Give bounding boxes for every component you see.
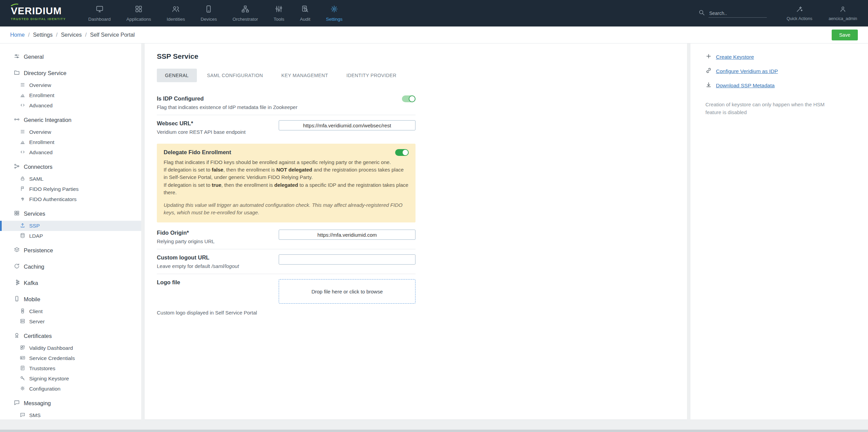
sidebar-item-directory-service[interactable]: Directory Service (0, 66, 141, 80)
actions-panel: Create Keystore Configure Veridium as ID… (690, 43, 868, 419)
sidebar-item-fido-authenticators[interactable]: FIDO Authenticators (0, 194, 141, 204)
cluster-icon (14, 279, 20, 287)
quick-actions-button[interactable]: Quick Actions (787, 5, 812, 21)
sidebar-item-overview-gi[interactable]: Overview (0, 127, 141, 137)
fido-origin-input[interactable] (279, 230, 415, 240)
sidebar-item-saml[interactable]: SAML (0, 174, 141, 184)
folder-icon (14, 69, 20, 77)
sidebar-item-fido-relying-parties[interactable]: FIDO Relying Parties (0, 184, 141, 194)
bar-chart-icon (20, 92, 25, 99)
sidebar-item-general[interactable]: General (0, 50, 141, 64)
grid-icon (14, 210, 20, 218)
sidebar-item-overview-ds[interactable]: Overview (0, 80, 141, 90)
sidebar-item-advanced-ds[interactable]: Advanced (0, 101, 141, 111)
delegate-fido-enrollment-section: Delegate Fido Enrollment Flag that indic… (157, 144, 415, 222)
devices-icon (204, 5, 213, 15)
certificate-icon (14, 332, 20, 340)
sidebar-item-validity-dashboard[interactable]: Validity Dashboard (0, 343, 141, 353)
user-menu[interactable]: aencica_admin (829, 5, 857, 21)
sidebar-item-truststores[interactable]: Truststores (0, 363, 141, 374)
page-title: SSP Service (157, 52, 675, 60)
sidebar-item-sms[interactable]: SMS (0, 410, 141, 419)
delegate-fido-enrollment-toggle[interactable] (395, 149, 409, 156)
refresh-icon (14, 263, 20, 271)
breadcrumb-home[interactable]: Home (10, 32, 25, 38)
is-idp-configured-desc: Flag that indicates existence of IdP met… (157, 104, 279, 110)
websec-url-desc: Veridium core REST API base endpoint (157, 129, 279, 135)
is-idp-configured-label: Is IDP Configured (157, 95, 279, 102)
breadcrumb-settings[interactable]: Settings (33, 32, 53, 38)
content-area: General Directory Service Overview Enrol… (0, 43, 868, 432)
nodes-icon (14, 116, 20, 124)
sidebar-item-server[interactable]: Server (0, 317, 141, 327)
flag-icon (20, 186, 25, 193)
fingerprint-icon (20, 196, 25, 203)
breadcrumb-services[interactable]: Services (61, 32, 81, 38)
nav-applications[interactable]: Applications (126, 5, 151, 22)
grid-check-icon (20, 345, 25, 352)
sidebar-item-enrollment-gi[interactable]: Enrollment (0, 137, 141, 147)
sidebar-item-enrollment-ds[interactable]: Enrollment (0, 90, 141, 101)
nav-dashboard[interactable]: Dashboard (88, 5, 111, 22)
logo-file-label: Logo file (157, 279, 279, 286)
veridium-logo[interactable]: VERIDIUM TRUSTED DIGITAL IDENTITY (11, 6, 66, 21)
sidebar-item-ssp[interactable]: SSP (0, 221, 141, 231)
save-button[interactable]: Save (832, 30, 858, 40)
client-icon (20, 308, 25, 315)
nav-identities[interactable]: Identities (167, 5, 185, 22)
sidebar-item-mobile[interactable]: Mobile (0, 292, 141, 306)
document-icon (20, 365, 25, 372)
sidebar-item-persistence[interactable]: Persistence (0, 243, 141, 257)
sidebar-item-signing-keystore[interactable]: Signing Keystore (0, 374, 141, 384)
configure-veridium-as-idp-link[interactable]: Configure Veridium as IDP (705, 67, 854, 75)
custom-logout-url-desc: Leave empty for default /saml/logout (157, 263, 279, 269)
websec-url-label: Websec URL* (157, 120, 279, 127)
nav-settings[interactable]: Settings (326, 5, 343, 22)
tab-key-management[interactable]: KEY MANAGEMENT (273, 69, 336, 82)
nav-audit[interactable]: Audit (300, 5, 311, 22)
username-label: aencica_admin (829, 16, 857, 21)
breadcrumb-bar: Home / Settings / Services / Self Servic… (0, 26, 868, 43)
sidebar-item-services[interactable]: Services (0, 206, 141, 221)
sidebar-item-certificates[interactable]: Certificates (0, 329, 141, 343)
breadcrumb-current: Self Service Portal (90, 32, 135, 38)
list-icon (20, 129, 25, 136)
key-icon (20, 375, 25, 382)
sidebar-item-messaging[interactable]: Messaging (0, 396, 141, 410)
search-icon (698, 9, 705, 18)
logo-file-row: Logo file Drop file here or click to bro… (157, 274, 415, 308)
custom-logout-url-input[interactable] (279, 254, 415, 265)
layers-icon (14, 247, 20, 254)
keystore-hsm-note: Creation of keystore can only happen whe… (705, 101, 841, 116)
sidebar-item-connectors[interactable]: Connectors (0, 160, 141, 174)
applications-icon (134, 5, 143, 15)
nav-tools[interactable]: Tools (274, 5, 284, 22)
gear-icon (20, 385, 25, 393)
settings-gear-icon (330, 5, 338, 15)
server-icon (20, 318, 25, 325)
sidebar-item-configuration[interactable]: Configuration (0, 384, 141, 394)
websec-url-input[interactable] (279, 120, 415, 130)
download-ssp-metadata-link[interactable]: Download SSP Metadata (705, 82, 854, 89)
general-form: Is IDP Configured Flag that indicates ex… (157, 90, 415, 316)
search-input[interactable] (708, 9, 767, 18)
sidebar-item-ldap[interactable]: LDAP (0, 231, 141, 241)
identities-icon (171, 5, 180, 15)
plus-icon (705, 53, 712, 61)
tab-identity-provider[interactable]: IDENTITY PROVIDER (338, 69, 404, 82)
tab-saml-configuration[interactable]: SAML CONFIGURATION (199, 69, 271, 82)
sidebar-item-client[interactable]: Client (0, 306, 141, 317)
audit-icon (301, 5, 309, 15)
breadcrumb-separator: / (85, 32, 87, 38)
sidebar-item-caching[interactable]: Caching (0, 259, 141, 274)
sidebar-item-generic-integration[interactable]: Generic Integration (0, 113, 141, 127)
sidebar-item-kafka[interactable]: Kafka (0, 276, 141, 290)
sidebar-item-service-credentials[interactable]: Service Credentials (0, 353, 141, 363)
is-idp-configured-toggle[interactable] (402, 95, 415, 102)
nav-devices[interactable]: Devices (201, 5, 217, 22)
nav-orchestrator[interactable]: Orchestrator (233, 5, 258, 22)
tab-general[interactable]: GENERAL (157, 69, 197, 82)
logo-file-dropzone[interactable]: Drop file here or click to browse (279, 279, 415, 304)
sidebar-item-advanced-gi[interactable]: Advanced (0, 147, 141, 158)
create-keystore-link[interactable]: Create Keystore (705, 53, 854, 61)
